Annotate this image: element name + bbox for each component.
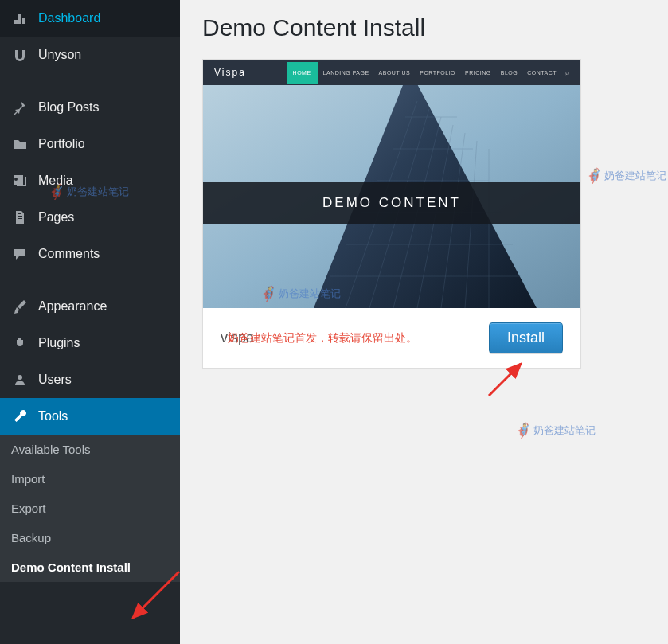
admin-sidebar: Dashboard Unyson Blog Posts Portfolio Me…	[0, 0, 180, 644]
folder-icon	[11, 135, 29, 153]
search-icon: ⌕	[565, 68, 569, 76]
overlay-attribution: 奶爸建站笔记首发，转载请保留出处。	[228, 331, 417, 345]
pin-icon	[11, 99, 29, 116]
sidebar-label: Users	[38, 373, 72, 387]
preview-nav-home: HOME	[287, 62, 318, 84]
brush-icon	[11, 298, 29, 315]
sidebar-label: Dashboard	[38, 11, 100, 25]
submenu-export[interactable]: Export	[0, 494, 180, 523]
preview-nav-item: PRICING	[461, 67, 495, 79]
tools-submenu: Available Tools Import Export Backup Dem…	[0, 435, 180, 582]
sidebar-label: Plugins	[38, 336, 80, 350]
sidebar-label: Portfolio	[38, 137, 85, 151]
sidebar-label: Appearance	[38, 299, 107, 314]
preview-logo: Vispa	[214, 67, 246, 78]
preview-nav-item: CONTACT	[523, 67, 561, 79]
sidebar-item-media[interactable]: Media	[0, 162, 180, 199]
demo-band: DEMO CONTENT	[203, 182, 580, 224]
demo-preview: Vispa HOME LANDING PAGE ABOUT US PORTFOL…	[203, 60, 580, 308]
sidebar-label: Blog Posts	[38, 100, 99, 115]
dashboard-icon	[11, 10, 29, 27]
sidebar-item-blog-posts[interactable]: Blog Posts	[0, 89, 180, 126]
submenu-available-tools[interactable]: Available Tools	[0, 435, 180, 464]
submenu-backup[interactable]: Backup	[0, 523, 180, 552]
demo-band-text: DEMO CONTENT	[322, 195, 461, 211]
page-title: Demo Content Install	[202, 14, 646, 41]
wrench-icon	[11, 408, 29, 425]
svg-point-0	[18, 375, 22, 380]
demo-card: Vispa HOME LANDING PAGE ABOUT US PORTFOL…	[202, 59, 581, 369]
preview-nav: HOME LANDING PAGE ABOUT US PORTFOLIO PRI…	[287, 62, 569, 84]
svg-line-15	[489, 364, 521, 396]
sidebar-item-dashboard[interactable]: Dashboard	[0, 0, 180, 37]
preview-topbar: Vispa HOME LANDING PAGE ABOUT US PORTFOL…	[203, 60, 580, 85]
sidebar-item-users[interactable]: Users	[0, 361, 180, 398]
sidebar-label: Unyson	[38, 48, 81, 62]
sidebar-item-unyson[interactable]: Unyson	[0, 37, 180, 73]
sidebar-item-plugins[interactable]: Plugins	[0, 325, 180, 361]
unyson-icon	[11, 46, 29, 64]
pages-icon	[11, 209, 29, 226]
install-button[interactable]: Install	[489, 322, 563, 353]
watermark-icon: 🦸奶爸建站笔记	[514, 422, 596, 439]
comment-icon	[11, 245, 29, 263]
preview-nav-item: LANDING PAGE	[319, 67, 373, 79]
main-content: Demo Content Install Vispa HOME LANDING …	[180, 0, 668, 644]
preview-nav-item: BLOG	[497, 67, 522, 79]
sidebar-item-tools[interactable]: Tools	[0, 398, 180, 435]
sidebar-item-comments[interactable]: Comments	[0, 236, 180, 272]
sidebar-item-pages[interactable]: Pages	[0, 199, 180, 236]
preview-nav-item: ABOUT US	[375, 67, 415, 79]
sidebar-item-portfolio[interactable]: Portfolio	[0, 126, 180, 162]
preview-nav-item: PORTFOLIO	[416, 67, 459, 79]
submenu-demo-content-install[interactable]: Demo Content Install	[0, 552, 180, 582]
user-icon	[11, 371, 29, 388]
sidebar-label: Tools	[38, 409, 68, 423]
media-icon	[11, 172, 29, 189]
sidebar-label: Pages	[38, 210, 74, 224]
sidebar-label: Media	[38, 174, 73, 188]
sidebar-label: Comments	[38, 247, 100, 261]
submenu-import[interactable]: Import	[0, 464, 180, 494]
plug-icon	[11, 334, 29, 352]
sidebar-item-appearance[interactable]: Appearance	[0, 288, 180, 325]
